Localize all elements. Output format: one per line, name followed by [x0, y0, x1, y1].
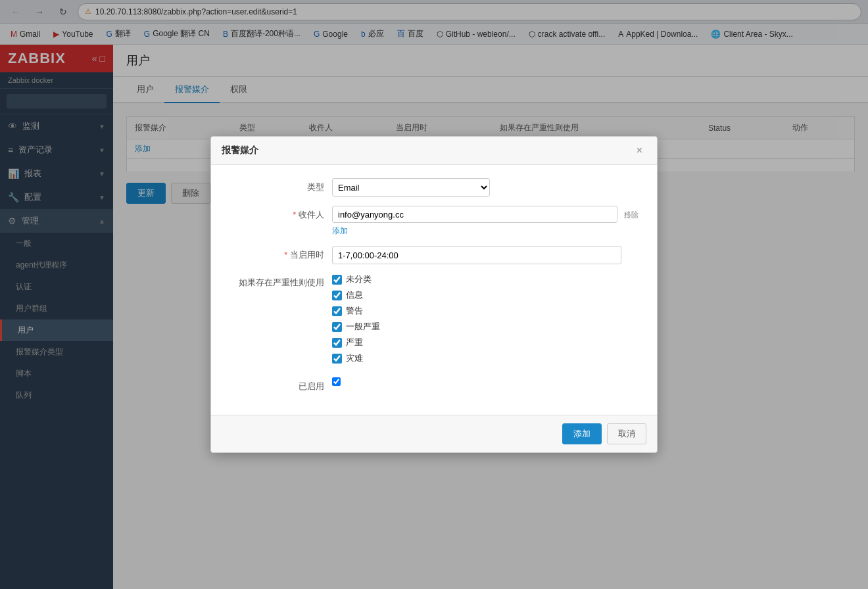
- severity-disaster-label[interactable]: 灾难: [346, 352, 363, 364]
- severity-warning-label[interactable]: 警告: [346, 305, 363, 317]
- modal-title: 报警媒介: [222, 145, 258, 156]
- severity-warning-row: 警告: [332, 305, 641, 317]
- severity-label: 如果存在严重性则使用: [227, 273, 332, 289]
- modal-close-button[interactable]: ×: [633, 143, 646, 158]
- severity-unclassified-row: 未分类: [332, 273, 641, 285]
- when-active-label: 当启用时: [227, 246, 332, 261]
- severity-high-label[interactable]: 严重: [346, 337, 363, 348]
- modal-footer: 添加 取消: [211, 415, 657, 452]
- severity-info-checkbox[interactable]: [332, 291, 342, 300]
- recipient-label: 收件人: [227, 206, 332, 221]
- modal-cancel-button[interactable]: 取消: [607, 423, 646, 444]
- severity-disaster-row: 灾难: [332, 352, 641, 364]
- severity-average-checkbox[interactable]: [332, 322, 342, 332]
- recipient-container: 移除 添加: [332, 206, 641, 237]
- modal-body: 类型 Email SMS Script Jabber 收件人 移除: [211, 165, 657, 415]
- severity-disaster-checkbox[interactable]: [332, 354, 342, 364]
- severity-average-row: 一般严重: [332, 321, 641, 333]
- severity-high-checkbox[interactable]: [332, 338, 342, 348]
- recipient-input[interactable]: [332, 206, 617, 223]
- modal-header: 报警媒介 ×: [211, 137, 657, 165]
- severity-high-row: 严重: [332, 337, 641, 348]
- severity-average-label[interactable]: 一般严重: [346, 321, 380, 333]
- enabled-label: 已启用: [227, 377, 332, 392]
- modal-add-button[interactable]: 添加: [562, 423, 602, 444]
- type-row: 类型 Email SMS Script Jabber: [227, 178, 641, 197]
- when-active-row: 当启用时: [227, 246, 641, 264]
- type-label: 类型: [227, 178, 332, 193]
- severity-info-row: 信息: [332, 289, 641, 301]
- type-select-wrapper: Email SMS Script Jabber: [332, 178, 490, 197]
- severity-warning-checkbox[interactable]: [332, 306, 342, 316]
- severity-unclassified-checkbox[interactable]: [332, 275, 342, 285]
- remove-recipient-button[interactable]: 移除: [621, 208, 641, 221]
- recipient-input-row: 移除: [332, 206, 641, 223]
- modal: 报警媒介 × 类型 Email SMS Script Jabber 收件人: [210, 136, 658, 453]
- severity-info-label[interactable]: 信息: [346, 289, 363, 301]
- type-select[interactable]: Email SMS Script Jabber: [332, 178, 490, 197]
- enabled-checkbox[interactable]: [332, 377, 341, 386]
- when-active-input[interactable]: [332, 246, 621, 264]
- enabled-row: 已启用: [227, 377, 641, 392]
- add-recipient-link[interactable]: 添加: [332, 226, 348, 235]
- recipient-row: 收件人 移除 添加: [227, 206, 641, 237]
- modal-overlay: 报警媒介 × 类型 Email SMS Script Jabber 收件人: [0, 0, 868, 589]
- severities-group: 未分类 信息 警告 一般严重: [332, 273, 641, 368]
- severity-row: 如果存在严重性则使用 未分类 信息 警告: [227, 273, 641, 368]
- severity-unclassified-label[interactable]: 未分类: [346, 273, 372, 285]
